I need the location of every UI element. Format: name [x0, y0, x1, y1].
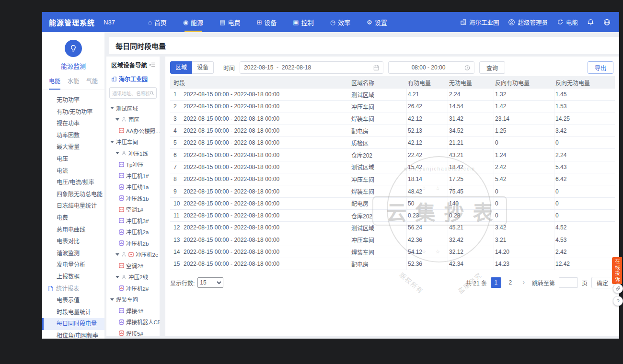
tree-root-node[interactable]: 海尔工业园 — [106, 69, 160, 83]
sidebar-item[interactable]: 谐波监测 — [42, 248, 104, 260]
table-row[interactable]: 7 2022-08-15 00:00 - 2022-08-18 00:00 测试… — [170, 161, 615, 173]
tree-node[interactable]: AA办公楼照... — [106, 125, 160, 136]
sidebar-item[interactable]: 时段电量统计 — [42, 307, 104, 318]
report-doc-icon — [48, 285, 54, 292]
table-row[interactable]: 4 2022-08-15 00:00 - 2022-08-18 00:00 配电… — [170, 125, 615, 137]
row-reactive-energy: 32.42 — [448, 234, 494, 246]
nav-control[interactable]: ▣ 控制 — [285, 12, 322, 32]
table-row[interactable]: 12 2022-08-15 00:00 - 2022-08-18 00:00 测… — [170, 222, 615, 234]
sidebar-item[interactable]: 电压 — [42, 153, 104, 165]
row-number: 5 — [173, 139, 181, 146]
nav-item-icon: ⊞ — [256, 19, 262, 26]
date-range-value[interactable] — [244, 64, 373, 71]
park-selector[interactable]: 海尔工业园 — [460, 18, 499, 27]
module-icon — [65, 40, 82, 57]
date-range-picker[interactable] — [240, 61, 383, 74]
energy-tab[interactable]: 电能 — [49, 77, 60, 90]
tree-node[interactable]: 空调2# — [106, 260, 160, 272]
table-row[interactable]: 1 2022-08-15 00:00 - 2022-08-18 00:00 测试… — [170, 89, 615, 101]
energy-tab[interactable]: 水能 — [68, 77, 79, 90]
meter-icon — [119, 330, 124, 336]
time-range-value[interactable] — [392, 64, 464, 71]
tree-node[interactable]: 冲压机2a — [106, 227, 160, 238]
tree-node[interactable]: 冲压机2c — [106, 249, 160, 261]
tree-node[interactable]: 冲压机2# — [106, 283, 160, 294]
user-role[interactable]: 超级管理员 — [508, 18, 548, 27]
sidebar-item[interactable]: 最大需量 — [42, 141, 104, 153]
sidebar-item[interactable]: 有功/无功功率 — [42, 106, 104, 118]
tree-node[interactable]: 冲压机3# — [106, 215, 160, 227]
table-row[interactable]: 13 2022-08-15 00:00 - 2022-08-18 00:00 冲… — [170, 234, 615, 246]
table-row[interactable]: 15 2022-08-15 00:00 - 2022-08-18 00:00 配… — [170, 258, 615, 270]
mode-region-button[interactable]: 区域 — [170, 61, 192, 74]
query-button[interactable]: 查询 — [479, 61, 505, 74]
confirm-jump-button[interactable]: 确定 — [591, 277, 613, 288]
tree-node[interactable]: 冲压车间 — [106, 136, 160, 148]
table-row[interactable]: 5 2022-08-15 00:00 - 2022-08-18 00:00 质检… — [170, 137, 615, 149]
tree-node[interactable]: Tp冲压 — [106, 159, 160, 171]
sidebar-item[interactable]: 无功功率 — [42, 94, 104, 106]
contact-link-button[interactable] — [613, 284, 623, 294]
nav-efficiency[interactable]: ◷ 效率 — [322, 12, 358, 32]
table-row[interactable]: 6 2022-08-15 00:00 - 2022-08-18 00:00 仓库… — [170, 149, 615, 161]
nav-home[interactable]: ⌂ 首页 — [140, 12, 175, 32]
time-range-picker[interactable] — [388, 61, 474, 74]
caret-down-icon — [115, 253, 119, 256]
tree-node[interactable]: 测试区域 — [106, 102, 160, 114]
tree-node[interactable]: 南区 — [106, 114, 160, 125]
sidebar-item[interactable]: 相位角/电网频率 — [42, 330, 104, 339]
globe-icon[interactable] — [603, 19, 611, 26]
online-complaint-tab[interactable]: 在线投诉 — [612, 257, 622, 284]
table-row[interactable]: 10 2022-08-15 00:00 - 2022-08-18 00:00 配… — [170, 198, 615, 210]
nav-settings[interactable]: ⚙ 设置 — [358, 12, 395, 32]
sidebar-item[interactable]: 统计报表 — [42, 283, 104, 295]
tree-node[interactable]: 焊接机器人C5 — [106, 317, 160, 328]
tree-node[interactable]: 冲压线1a — [106, 182, 160, 193]
tree-node[interactable]: 焊装车间 — [106, 294, 160, 306]
sidebar-item[interactable]: 视在功率 — [42, 118, 104, 130]
sidebar-item[interactable]: 发电量分析 — [42, 259, 104, 271]
tree-node[interactable]: 冲压机1# — [106, 170, 160, 182]
tree-node[interactable]: 焊接5# — [106, 328, 160, 336]
sidebar-item[interactable]: 每日同时段电量 — [42, 318, 104, 330]
sidebar-item[interactable]: 日冻结电量统计 — [42, 200, 104, 212]
tree-node[interactable]: 冲压1线 — [106, 148, 160, 159]
sidebar-item[interactable]: 功率因数 — [42, 130, 104, 142]
page-number-button[interactable]: 1 — [491, 277, 501, 288]
nav-fee[interactable]: ▤ 电费 — [211, 12, 248, 32]
next-page-icon[interactable] — [519, 277, 528, 288]
mode-device-button[interactable]: 设备 — [192, 61, 214, 74]
rows-per-page-select[interactable]: 15 — [197, 277, 223, 288]
sidebar-item[interactable]: 电压/电流/频率 — [42, 177, 104, 189]
tree-node[interactable]: 冲压机2b — [106, 238, 160, 249]
bell-icon[interactable] — [587, 19, 594, 26]
sidebar-item[interactable]: 电表示值 — [42, 295, 104, 307]
energy-type-switcher[interactable]: 电能 — [557, 18, 578, 27]
tree-node[interactable]: 冲压2线 — [106, 272, 160, 283]
table-row[interactable]: 8 2022-08-15 00:00 - 2022-08-18 00:00 冲压… — [170, 173, 615, 185]
tree-search-input[interactable]: 通讯地址、名称搜索 — [109, 87, 157, 99]
nav-energy[interactable]: ◉ 能源 — [175, 12, 211, 32]
sidebar-item[interactable]: 电费 — [42, 212, 104, 224]
help-button[interactable]: ? — [613, 296, 623, 306]
table-row[interactable]: 11 2022-08-15 00:00 - 2022-08-18 00:00 仓… — [170, 210, 615, 222]
sidebar-item[interactable]: 四象限无功总电能 — [42, 189, 104, 201]
table-row[interactable]: 2 2022-08-15 00:00 - 2022-08-18 00:00 冲压… — [170, 101, 615, 113]
tree-node[interactable]: 冲压线1b — [106, 193, 160, 204]
table-row[interactable]: 9 2022-08-15 00:00 - 2022-08-18 00:00 焊装… — [170, 185, 615, 197]
sidebar-item[interactable]: 电流 — [42, 165, 104, 177]
tree-node[interactable]: 焊接4# — [106, 305, 160, 317]
table-row[interactable]: 14 2022-08-15 00:00 - 2022-08-18 00:00 焊… — [170, 246, 615, 258]
sidebar-item[interactable]: 上报数据 — [42, 271, 104, 283]
sidebar-item[interactable]: 电表对比 — [42, 236, 104, 248]
tree-node-label: 焊接机器人C5 — [126, 318, 160, 326]
nav-device[interactable]: ⊞ 设备 — [248, 12, 285, 32]
table-row[interactable]: 3 2022-08-15 00:00 - 2022-08-18 00:00 焊装… — [170, 113, 615, 125]
export-button[interactable]: 导出 — [588, 61, 613, 74]
collapse-panel-icon[interactable] — [150, 62, 156, 68]
jump-page-input[interactable] — [559, 277, 578, 288]
page-number-button[interactable]: 2 — [505, 277, 516, 288]
sidebar-item[interactable]: 总用电曲线 — [42, 224, 104, 236]
energy-tab[interactable]: 气能 — [86, 77, 98, 90]
tree-node[interactable]: 空调1# — [106, 204, 160, 216]
